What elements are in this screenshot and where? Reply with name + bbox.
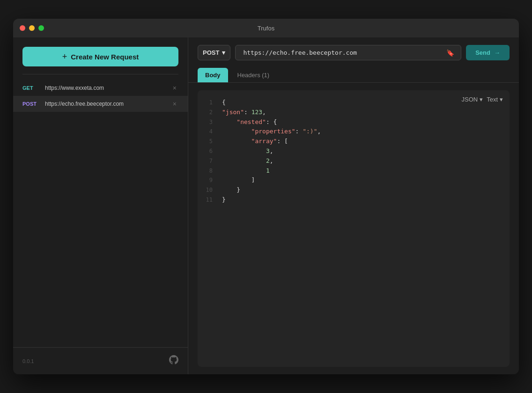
line-content: "array": [: [222, 137, 502, 146]
send-arrow-icon: →: [494, 49, 500, 56]
method-value: POST: [203, 49, 219, 56]
bookmark-icon[interactable]: 🔖: [444, 47, 456, 58]
code-line-5: 5 "array": [: [198, 137, 510, 146]
method-dropdown-icon: ▾: [222, 49, 225, 56]
editor-area: JSON ▾ Text ▾ 1 {: [198, 90, 510, 367]
line-content: 1: [222, 166, 502, 176]
code-editor[interactable]: 1 { 2 "json": 123, 3 "nested": {: [198, 90, 510, 367]
format-label: JSON: [461, 96, 478, 103]
format-select[interactable]: JSON ▾: [461, 96, 483, 103]
line-content: "json": 123,: [222, 108, 502, 117]
close-request-button-active[interactable]: ×: [171, 100, 178, 108]
create-new-request-button[interactable]: + Create New Request: [22, 47, 178, 66]
code-line-4: 4 "properties": ":)",: [198, 127, 510, 137]
tab-headers[interactable]: Headers (1): [230, 68, 277, 82]
app-window: Trufos + Create New Request GET https://…: [13, 19, 519, 374]
line-content: {: [222, 98, 502, 108]
request-item[interactable]: GET https://www.exxeta.com ×: [13, 80, 188, 96]
line-number: 6: [205, 147, 222, 156]
code-line-8: 8 1: [198, 166, 510, 176]
minimize-button[interactable]: [29, 25, 35, 31]
line-content: ]: [222, 175, 502, 185]
line-number: 2: [205, 108, 222, 117]
code-line-11: 11 }: [198, 195, 510, 205]
line-content: }: [222, 185, 502, 195]
method-badge-get: GET: [22, 85, 40, 91]
line-number: 10: [205, 186, 222, 195]
line-number: 5: [205, 137, 222, 146]
method-badge-post: POST: [22, 101, 40, 107]
request-bar: POST ▾ 🔖 Send →: [188, 37, 519, 68]
sidebar: + Create New Request GET https://www.exx…: [13, 37, 188, 374]
maximize-button[interactable]: [38, 25, 44, 31]
version-label: 0.0.1: [22, 358, 34, 364]
method-select[interactable]: POST ▾: [198, 45, 230, 60]
line-number: 1: [205, 98, 222, 107]
window-title: Trufos: [258, 25, 274, 32]
url-input[interactable]: [240, 45, 444, 60]
tab-body[interactable]: Body: [198, 68, 228, 82]
line-number: 7: [205, 157, 222, 166]
url-input-container: 🔖: [235, 45, 461, 60]
sidebar-footer: 0.0.1: [13, 347, 188, 374]
close-request-button[interactable]: ×: [171, 84, 178, 92]
editor-toolbar: JSON ▾ Text ▾: [461, 96, 503, 103]
plus-icon: +: [62, 52, 67, 61]
send-label: Send: [475, 49, 490, 56]
line-content: }: [222, 195, 502, 205]
code-line-7: 7 2,: [198, 156, 510, 166]
line-content: 2,: [222, 156, 502, 166]
tab-body-label: Body: [205, 72, 221, 79]
code-line-10: 10 }: [198, 185, 510, 195]
view-label: Text: [487, 96, 498, 103]
request-url: https://www.exxeta.com: [45, 85, 166, 91]
main-layout: + Create New Request GET https://www.exx…: [13, 37, 519, 374]
traffic-lights: [20, 25, 44, 31]
tabs-bar: Body Headers (1): [188, 68, 519, 83]
view-dropdown-icon: ▾: [500, 96, 503, 103]
github-icon[interactable]: [169, 355, 178, 367]
line-content: 3,: [222, 146, 502, 156]
main-content: POST ▾ 🔖 Send → Body Headers (1): [188, 37, 519, 374]
line-number: 4: [205, 127, 222, 136]
request-item-active[interactable]: POST https://echo.free.beeceptor.com ×: [13, 96, 188, 112]
line-content: "nested": {: [222, 117, 502, 127]
create-button-label: Create New Request: [71, 53, 139, 61]
tab-headers-label: Headers (1): [237, 72, 270, 79]
send-button[interactable]: Send →: [466, 45, 510, 60]
close-button[interactable]: [20, 25, 25, 31]
title-bar: Trufos: [13, 19, 519, 37]
code-line-3: 3 "nested": {: [198, 117, 510, 127]
line-number: 9: [205, 176, 222, 185]
line-number: 11: [205, 196, 222, 204]
view-select[interactable]: Text ▾: [487, 96, 503, 103]
code-line-6: 6 3,: [198, 146, 510, 156]
line-number: 8: [205, 167, 222, 175]
format-dropdown-icon: ▾: [480, 96, 483, 103]
code-line-9: 9 ]: [198, 175, 510, 185]
sidebar-header: + Create New Request: [13, 37, 188, 74]
code-line-2: 2 "json": 123,: [198, 108, 510, 117]
request-list: GET https://www.exxeta.com × POST https:…: [13, 74, 188, 347]
request-url-active: https://echo.free.beeceptor.com: [45, 101, 166, 107]
line-number: 3: [205, 118, 222, 127]
line-content: "properties": ":)",: [222, 127, 502, 137]
